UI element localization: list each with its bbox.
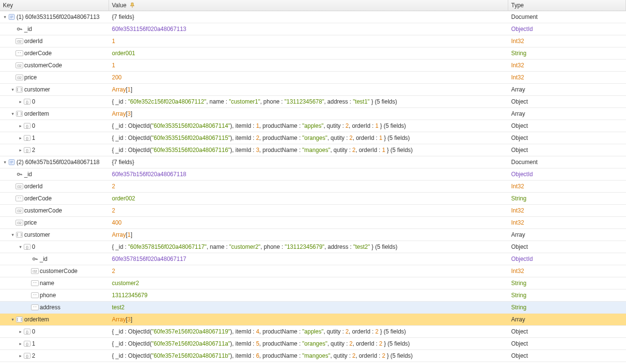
svg-text:i32: i32	[17, 209, 21, 212]
value-segment: 60fe357b156f020a48067118	[112, 171, 187, 178]
obj-icon: {}	[23, 243, 31, 250]
key-label: 0	[32, 243, 35, 250]
strb-icon: " "	[16, 50, 23, 57]
key-cell[interactable]: ▸{}0	[0, 326, 109, 338]
value-segment: "test2"	[353, 243, 370, 250]
value-segment: 1	[382, 147, 385, 153]
key-cell[interactable]: ▸{}1	[0, 132, 109, 144]
key-cell[interactable]: ▾orderItem	[0, 108, 109, 120]
value-segment: ), itemId :	[230, 352, 256, 359]
value-cell[interactable]: { _id : ObjectId("60fe3535156f020a480671…	[109, 132, 508, 144]
expand-icon[interactable]: ▸	[17, 341, 23, 346]
key-cell[interactable]: ▸{}1	[0, 338, 109, 350]
value-cell[interactable]: order002	[109, 193, 508, 205]
value-segment: 2	[112, 268, 115, 274]
key-cell[interactable]: ▾curstomer	[0, 84, 109, 96]
key-cell[interactable]: ▸{}0	[0, 120, 109, 132]
collapse-icon[interactable]: ▾	[10, 232, 16, 237]
key-cell[interactable]: ▸{}2	[0, 144, 109, 156]
value-cell[interactable]: 60fe3578156f020a48067117	[109, 253, 508, 265]
collapse-icon[interactable]: ▾	[10, 111, 16, 116]
svg-text:" ": " "	[18, 197, 21, 200]
collapse-icon[interactable]: ▾	[2, 160, 8, 165]
value-cell[interactable]: {7 fields}	[109, 156, 508, 168]
value-cell[interactable]: customer2	[109, 277, 508, 289]
value-cell[interactable]: 200	[109, 72, 508, 84]
key-cell[interactable]: _id	[0, 168, 109, 181]
value-cell[interactable]: 1	[109, 60, 508, 72]
collapse-icon[interactable]: ▾	[17, 244, 23, 249]
value-segment: { _id :	[112, 243, 128, 250]
expand-icon[interactable]: ▸	[17, 99, 23, 104]
value-cell[interactable]: 2	[109, 205, 508, 217]
collapse-icon[interactable]: ▾	[10, 87, 16, 92]
value-cell[interactable]: Array[3]	[109, 108, 508, 120]
svg-rect-36	[16, 232, 23, 238]
value-cell[interactable]: {7 fields}	[109, 11, 508, 23]
key-cell[interactable]: i32price	[0, 217, 109, 229]
value-segment: order002	[112, 195, 135, 202]
key-cell[interactable]: " "orderCode	[0, 47, 109, 60]
key-cell[interactable]: i32orderId	[0, 35, 109, 47]
value-cell[interactable]: 2	[109, 265, 508, 277]
key-cell[interactable]: i32customerCode	[0, 265, 109, 277]
key-cell[interactable]: _id	[0, 23, 109, 35]
key-cell[interactable]: " "name	[0, 277, 109, 289]
value-segment: 2	[375, 328, 378, 335]
key-cell[interactable]: ▾(2) 60fe357b156f020a48067118	[0, 156, 109, 168]
column-header-key[interactable]: Key	[0, 0, 109, 11]
key-cell[interactable]: i32customerCode	[0, 205, 109, 217]
key-cell[interactable]: ▾(1) 60fe3531156f020a48067113	[0, 11, 109, 23]
value-cell[interactable]: { _id : "60fe352c156f020a48067112", name…	[109, 96, 508, 108]
key-cell[interactable]: i32customerCode	[0, 60, 109, 72]
key-cell[interactable]: " "address	[0, 302, 109, 314]
arr-icon	[16, 86, 23, 93]
value-cell[interactable]: { _id : ObjectId("60fe3535156f020a480671…	[109, 144, 508, 156]
value-segment: 1	[375, 122, 378, 129]
value-cell[interactable]: test2	[109, 302, 508, 314]
key-cell[interactable]: _id	[0, 253, 109, 265]
value-segment: "60fe3535156f020a48067115"	[152, 135, 230, 141]
value-cell[interactable]: 60fe3531156f020a48067113	[109, 23, 508, 35]
key-cell[interactable]: ▾orderItem	[0, 314, 109, 326]
key-label: orderId	[24, 183, 43, 190]
expand-icon[interactable]: ▸	[17, 136, 23, 140]
key-cell[interactable]: ▾curstomer	[0, 229, 109, 241]
key-label: orderItem	[24, 110, 49, 117]
key-cell[interactable]: ▸{}2	[0, 350, 109, 362]
value-segment: 60fe3578156f020a48067117	[112, 256, 187, 262]
value-cell[interactable]: 60fe357b156f020a48067118	[109, 168, 508, 181]
key-cell[interactable]: ▾{}0	[0, 241, 109, 253]
column-header-value[interactable]: Value	[109, 0, 508, 11]
type-cell: Int32	[508, 181, 626, 193]
expand-icon[interactable]: ▸	[17, 123, 23, 128]
type-cell: Object	[508, 326, 626, 338]
value-cell[interactable]: 2	[109, 181, 508, 193]
value-cell[interactable]: { _id : ObjectId("60fe357e156f020a480671…	[109, 338, 508, 350]
collapse-icon[interactable]: ▾	[2, 15, 8, 19]
value-cell[interactable]: { _id : ObjectId("60fe3535156f020a480671…	[109, 120, 508, 132]
value-cell[interactable]: Array[3]	[109, 314, 508, 326]
value-cell[interactable]: 400	[109, 217, 508, 229]
value-segment: , name :	[206, 243, 229, 250]
value-cell[interactable]: 1	[109, 35, 508, 47]
value-cell[interactable]: Array[1]	[109, 84, 508, 96]
expand-icon[interactable]: ▸	[17, 329, 23, 334]
expand-icon[interactable]: ▸	[17, 148, 23, 152]
expand-icon[interactable]: ▸	[17, 353, 23, 358]
value-cell[interactable]: order001	[109, 47, 508, 60]
key-cell[interactable]: i32orderId	[0, 181, 109, 193]
value-cell[interactable]: { _id : ObjectId("60fe357e156f020a480671…	[109, 350, 508, 362]
value-cell[interactable]: { _id : "60fe3578156f020a48067117", name…	[109, 241, 508, 253]
value-cell[interactable]: 13112345679	[109, 289, 508, 302]
svg-text:{}: {}	[26, 245, 29, 249]
collapse-icon[interactable]: ▾	[10, 317, 16, 322]
key-cell[interactable]: ▸{}0	[0, 96, 109, 108]
key-cell[interactable]: " "phone	[0, 289, 109, 302]
key-cell[interactable]: " "orderCode	[0, 193, 109, 205]
key-cell[interactable]: i32price	[0, 72, 109, 84]
value-cell[interactable]: Array[1]	[109, 229, 508, 241]
value-segment: "13112345678"	[284, 98, 324, 105]
column-header-type[interactable]: Type	[508, 0, 626, 11]
value-cell[interactable]: { _id : ObjectId("60fe357e156f020a480671…	[109, 326, 508, 338]
